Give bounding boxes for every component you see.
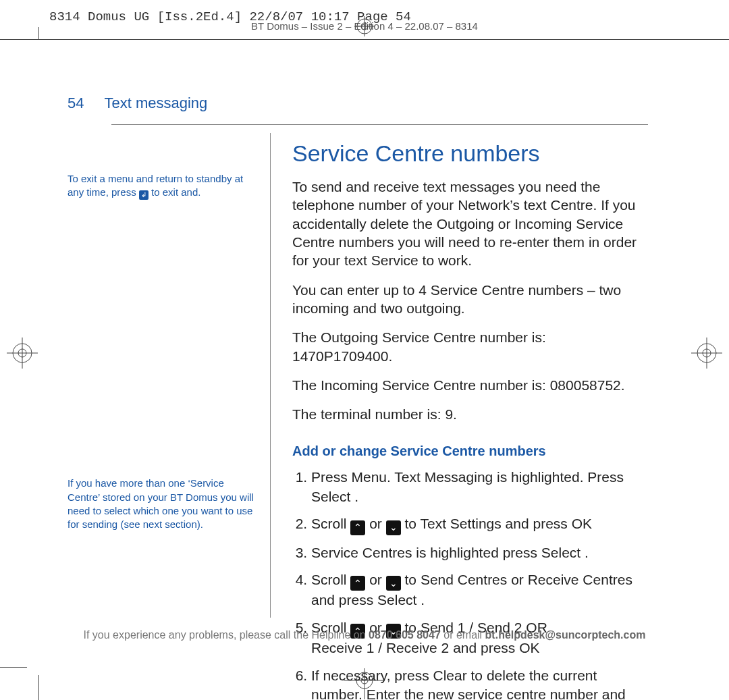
top-crop-rule (0, 39, 729, 40)
up-arrow-icon: ⌃ (350, 520, 365, 535)
menu-keyword: Select (311, 489, 350, 504)
registration-mark-left (7, 338, 38, 371)
up-arrow-icon: ⌃ (350, 576, 365, 591)
t: . (580, 545, 589, 560)
t: and press (311, 592, 377, 608)
t: Scroll (311, 572, 350, 587)
menu-keyword: Receive 2 (386, 640, 449, 655)
down-arrow-icon: ⌄ (386, 520, 401, 535)
t: . (416, 592, 425, 608)
exit-note-text-b: to exit and. (148, 186, 201, 198)
crop-line (38, 675, 39, 700)
t: to (401, 516, 421, 531)
step-3: Service Centres is highlighted press Sel… (311, 543, 648, 562)
header-rule (111, 124, 648, 125)
menu-keyword: Service Centres (311, 545, 412, 560)
t: and press (449, 640, 519, 655)
t: to (401, 572, 421, 587)
registration-mark-right (691, 338, 722, 371)
exit-note: To exit a menu and return to standby at … (68, 172, 256, 200)
t: is highlighted press (412, 545, 541, 560)
menu-keyword: Text Messaging (394, 469, 493, 485)
menu-keyword: Text Settings (421, 516, 502, 531)
terminal-number-line: The terminal number is: 9. (292, 405, 648, 423)
step-2: Scroll ⌃ or ⌄ to Text Settings and press… (311, 514, 648, 535)
menu-keyword: OK (519, 640, 539, 655)
t: If necessary, press (311, 668, 433, 683)
t: . (350, 489, 358, 504)
t: and press (502, 516, 572, 531)
subheading: Add or change Service Centre numbers (292, 442, 648, 460)
t: or (365, 516, 385, 531)
footer-text-b: or email (441, 629, 485, 641)
service-centre-note: If you have more than one ‘Service Centr… (68, 477, 256, 531)
step-1: Press Menu. Text Messaging is highlighte… (311, 468, 648, 506)
menu-keyword: Select (541, 545, 580, 560)
intro-paragraph-2: You can enter up to 4 Service Centre num… (292, 281, 648, 318)
outgoing-number-line: The Outgoing Service Centre number is: 1… (292, 328, 648, 365)
t: Press (311, 469, 352, 485)
footer-text-a: If you experience any problems, please c… (84, 629, 369, 641)
step-4: Scroll ⌃ or ⌄ to Send Centres or Receive… (311, 570, 648, 610)
t: or (365, 572, 385, 587)
crop-line (0, 667, 27, 668)
end-call-key-icon: ↲ (139, 190, 148, 200)
footer-helpline: If you experience any problems, please c… (0, 629, 729, 641)
page-number: 54 (68, 95, 84, 112)
t: . (387, 469, 394, 485)
step-6: If necessary, press Clear to delete the … (311, 666, 648, 700)
top-side-rule (38, 27, 39, 39)
menu-keyword: OK (572, 516, 592, 531)
t: / (374, 640, 386, 655)
steps-list: Press Menu. Text Messaging is highlighte… (292, 468, 648, 700)
menu-keyword: Select (377, 592, 416, 608)
margin-notes: To exit a menu and return to standby at … (68, 133, 270, 700)
menu-keyword: Receive Centres (528, 572, 632, 587)
main-column: Service Centre numbers To send and recei… (271, 133, 648, 700)
intro-paragraph-1: To send and receive text messages you ne… (292, 178, 648, 269)
footer-phone: 0870 605 8047 (369, 629, 441, 641)
menu-keyword: Send Centres (421, 572, 507, 587)
section-title: Text messaging (104, 95, 207, 112)
t: Scroll (311, 516, 350, 531)
footer-email: bt.helpdesk@suncorptech.com (485, 629, 646, 641)
down-arrow-icon: ⌄ (386, 576, 401, 591)
menu-keyword: Receive 1 (311, 640, 374, 655)
incoming-number-line: The Incoming Service Centre number is: 0… (292, 376, 648, 394)
running-head: 54 Text messaging (68, 95, 648, 112)
t: is highlighted. Press (493, 469, 624, 485)
t: or (507, 572, 527, 587)
page-body: 54 Text messaging To exit a menu and ret… (68, 95, 648, 700)
registration-mark-top (354, 16, 375, 36)
page-title: Service Centre numbers (292, 138, 648, 168)
menu-keyword: Clear (433, 668, 467, 683)
menu-keyword: Menu (352, 469, 387, 485)
